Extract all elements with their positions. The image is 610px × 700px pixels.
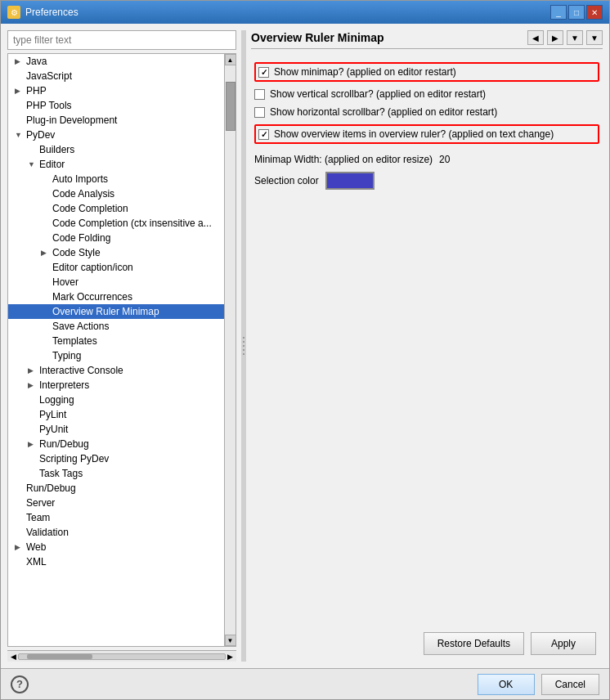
tree-label-autoimports: Auto Imports xyxy=(52,173,108,185)
nav-dropdown-button[interactable]: ▼ xyxy=(567,30,583,45)
show-hscrollbar-checkbox[interactable] xyxy=(254,107,265,118)
nav-back-button[interactable]: ◀ xyxy=(527,30,544,45)
tree-item-codefolding[interactable]: Code Folding xyxy=(8,231,224,245)
show-vscrollbar-label[interactable]: Show vertical scrollbar? (applied on edi… xyxy=(254,88,486,100)
panel-header: Overview Ruler Minimap ◀ ▶ ▼ ▼ xyxy=(251,30,603,49)
tree-label-tasktags: Task Tags xyxy=(39,468,83,479)
tree-arrow-java: ▶ xyxy=(15,57,26,65)
maximize-button[interactable]: □ xyxy=(568,5,585,20)
tree-item-interpreters[interactable]: ▶Interpreters xyxy=(8,378,224,393)
minimize-button[interactable]: _ xyxy=(550,5,567,20)
tree-label-editorcaption: Editor caption/icon xyxy=(52,262,133,273)
nav-forward-button[interactable]: ▶ xyxy=(547,30,563,45)
tree-label-java: Java xyxy=(26,56,47,67)
tree-item-java[interactable]: ▶Java xyxy=(8,54,224,69)
filter-input[interactable] xyxy=(7,30,236,50)
tree-item-pydev[interactable]: ▼PyDev xyxy=(8,128,224,142)
titlebar-buttons: _ □ ✕ xyxy=(550,5,603,20)
tree-item-saveactions[interactable]: Save Actions xyxy=(8,319,224,334)
tree-label-codeanalysis: Code Analysis xyxy=(52,188,114,200)
nav-menu-button[interactable]: ▼ xyxy=(586,30,603,45)
tree-item-codecompletion2[interactable]: Code Completion (ctx insensitive a... xyxy=(8,216,224,231)
hscroll-track xyxy=(18,653,226,660)
tree-label-editor: Editor xyxy=(39,159,65,170)
tree-item-xml[interactable]: XML xyxy=(8,554,224,569)
titlebar-title: Preferences xyxy=(25,7,78,18)
tree-item-editor[interactable]: ▼Editor xyxy=(8,157,224,172)
tree-item-plugindev[interactable]: Plug-in Development xyxy=(8,113,224,128)
tree-item-hover[interactable]: Hover xyxy=(8,275,224,289)
tree-label-overviewruler: Overview Ruler Minimap xyxy=(52,306,159,317)
show-hscrollbar-row: Show horizontal scrollbar? (applied on e… xyxy=(254,106,599,118)
tree-item-web[interactable]: ▶Web xyxy=(8,540,224,554)
help-icon[interactable]: ? xyxy=(11,675,29,693)
tree-item-server[interactable]: Server xyxy=(8,496,224,510)
show-overview-checkbox[interactable] xyxy=(258,129,269,140)
tree-label-codecompletion2: Code Completion (ctx insensitive a... xyxy=(52,218,212,229)
tree-item-php[interactable]: ▶PHP xyxy=(8,83,224,98)
hscroll-left-button[interactable]: ◀ xyxy=(9,653,18,661)
ok-cancel-buttons: OK Cancel xyxy=(478,674,599,695)
tree-item-tasktags[interactable]: Task Tags xyxy=(8,466,224,481)
tree-item-pylint[interactable]: PyLint xyxy=(8,407,224,422)
tree-item-logging[interactable]: Logging xyxy=(8,393,224,407)
hscroll-thumb[interactable] xyxy=(27,654,92,659)
show-overview-label[interactable]: Show overview items in overview ruler? (… xyxy=(258,128,554,140)
tree-label-server: Server xyxy=(26,497,55,509)
restore-defaults-button[interactable]: Restore Defaults xyxy=(424,632,524,655)
tree-item-codecompletion[interactable]: Code Completion xyxy=(8,201,224,216)
tree-item-pyunit[interactable]: PyUnit xyxy=(8,422,224,437)
tree-item-typing[interactable]: Typing xyxy=(8,348,224,363)
vertical-scrollbar[interactable]: ▲ ▼ xyxy=(224,54,235,646)
titlebar: ⚙ Preferences _ □ ✕ xyxy=(1,1,609,24)
tree-item-builders[interactable]: Builders xyxy=(8,142,224,157)
tree-label-scriptingpydev: Scripting PyDev xyxy=(39,453,109,464)
scroll-up-button[interactable]: ▲ xyxy=(225,54,236,65)
cancel-button[interactable]: Cancel xyxy=(541,674,599,695)
tree-item-markoccurrences[interactable]: Mark Occurrences xyxy=(8,289,224,304)
tree-label-hover: Hover xyxy=(52,276,78,288)
tree-item-team[interactable]: Team xyxy=(8,510,224,525)
titlebar-left: ⚙ Preferences xyxy=(7,6,78,19)
show-vscrollbar-checkbox[interactable] xyxy=(254,89,265,100)
show-minimap-label[interactable]: Show minimap? (applied on editor restart… xyxy=(258,66,456,78)
tree-item-javascript[interactable]: JavaScript xyxy=(8,69,224,83)
tree-item-rundebug[interactable]: ▶Run/Debug xyxy=(8,437,224,451)
close-button[interactable]: ✕ xyxy=(586,5,603,20)
tree-item-rundebug2[interactable]: Run/Debug xyxy=(8,481,224,496)
tree-label-pyunit: PyUnit xyxy=(39,424,68,435)
tree-item-autoimports[interactable]: Auto Imports xyxy=(8,172,224,186)
horizontal-scrollbar[interactable]: ◀ ▶ xyxy=(7,650,236,662)
show-minimap-checkbox[interactable] xyxy=(258,67,269,78)
tree-item-codestyle[interactable]: ▶Code Style xyxy=(8,245,224,260)
tree-item-codeanalysis[interactable]: Code Analysis xyxy=(8,186,224,201)
tree-item-validation[interactable]: Validation xyxy=(8,525,224,540)
tree-item-editorcaption[interactable]: Editor caption/icon xyxy=(8,260,224,275)
tree-arrow-rundebug: ▶ xyxy=(28,440,39,448)
tree-arrow-editor: ▼ xyxy=(28,160,39,168)
resize-handle[interactable] xyxy=(241,30,246,662)
tree-arrow-php: ▶ xyxy=(15,87,26,95)
bottom-bar: ? OK Cancel xyxy=(1,668,609,699)
scroll-down-button[interactable]: ▼ xyxy=(225,635,236,646)
tree-label-markoccurrences: Mark Occurrences xyxy=(52,291,132,303)
scroll-thumb[interactable] xyxy=(226,82,235,131)
tree-label-codecompletion: Code Completion xyxy=(52,203,128,214)
tree-item-phptools[interactable]: PHP Tools xyxy=(8,98,224,113)
tree-label-templates: Templates xyxy=(52,335,97,347)
tree-item-templates[interactable]: Templates xyxy=(8,334,224,348)
apply-button[interactable]: Apply xyxy=(531,632,596,655)
ok-button[interactable]: OK xyxy=(478,674,535,695)
tree-label-web: Web xyxy=(26,541,46,553)
tree-item-overviewruler[interactable]: Overview Ruler Minimap xyxy=(8,304,224,319)
hscroll-right-button[interactable]: ▶ xyxy=(226,653,235,661)
tree-item-interactiveconsole[interactable]: ▶Interactive Console xyxy=(8,363,224,378)
tree-label-javascript: JavaScript xyxy=(26,70,72,82)
selection-color-swatch[interactable] xyxy=(325,172,375,190)
app-icon: ⚙ xyxy=(7,6,20,19)
tree-label-saveactions: Save Actions xyxy=(52,321,109,332)
tree-item-scriptingpydev[interactable]: Scripting PyDev xyxy=(8,451,224,466)
right-panel: Overview Ruler Minimap ◀ ▶ ▼ ▼ Show mini… xyxy=(251,30,603,662)
show-hscrollbar-label[interactable]: Show horizontal scrollbar? (applied on e… xyxy=(254,106,497,118)
tree-label-interactiveconsole: Interactive Console xyxy=(39,365,123,376)
